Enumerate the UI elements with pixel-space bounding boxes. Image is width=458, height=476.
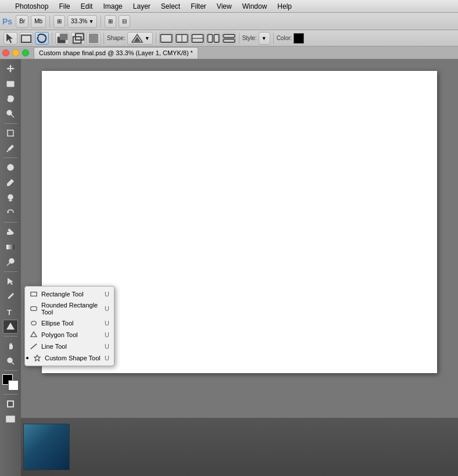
pen-tool[interactable] bbox=[3, 289, 18, 303]
separator-1 bbox=[49, 16, 50, 27]
line-tool-shortcut: U bbox=[105, 343, 109, 350]
tool-marquee-rect-btn[interactable] bbox=[19, 32, 33, 45]
rectangle-tool-item[interactable]: Rectangle Tool U bbox=[25, 288, 114, 300]
close-button[interactable] bbox=[2, 49, 9, 56]
dodge-tool[interactable] bbox=[3, 255, 18, 269]
tool-pointer-btn[interactable] bbox=[3, 32, 17, 45]
eraser-tool[interactable] bbox=[3, 225, 18, 239]
svg-line-39 bbox=[12, 362, 14, 364]
zoom-tool[interactable] bbox=[3, 354, 18, 368]
shape-label: Shape: bbox=[107, 35, 126, 41]
color-label: Color: bbox=[277, 35, 292, 41]
select-menu[interactable]: Select bbox=[156, 1, 185, 12]
shape-opt5[interactable] bbox=[222, 32, 236, 45]
line-tool-item[interactable]: Line Tool U bbox=[25, 341, 114, 352]
polygon-tool-item[interactable]: Polygon Tool U bbox=[25, 329, 114, 341]
sep-t2 bbox=[103, 33, 104, 44]
maximize-button[interactable] bbox=[22, 49, 29, 56]
svg-point-47 bbox=[31, 321, 37, 325]
shape-tool-context-menu: Rectangle Tool U Rounded Rectangle Tool … bbox=[24, 286, 114, 366]
workspace-selector[interactable]: ⊞ bbox=[53, 15, 65, 28]
background-color[interactable] bbox=[8, 380, 19, 391]
paths-btn[interactable] bbox=[71, 32, 85, 45]
rectangle-tool-shortcut: U bbox=[105, 291, 109, 298]
brush-tool[interactable] bbox=[3, 176, 18, 189]
toolbar-sep-2 bbox=[3, 158, 17, 158]
photoshop-menu[interactable]: Photoshop bbox=[10, 1, 53, 12]
svg-marker-37 bbox=[6, 323, 15, 330]
rect-icon bbox=[30, 290, 38, 298]
mini-bridge-button[interactable]: Mb bbox=[31, 15, 46, 28]
sep-t1 bbox=[52, 33, 52, 44]
edit-menu[interactable]: Edit bbox=[76, 1, 98, 12]
rounded-rectangle-tool-item[interactable]: Rounded Rectangle Tool U bbox=[25, 300, 114, 317]
move-tool[interactable] bbox=[3, 62, 18, 76]
sep-t4 bbox=[239, 33, 239, 44]
zoom-selector[interactable]: 33.3% ▼ bbox=[67, 15, 97, 28]
polygon-tool-shortcut: U bbox=[105, 331, 109, 338]
gradient-tool[interactable] bbox=[3, 240, 18, 254]
history-brush-tool[interactable] bbox=[3, 206, 18, 220]
bottom-image-strip bbox=[21, 418, 458, 476]
file-menu[interactable]: File bbox=[54, 1, 74, 12]
svg-rect-6 bbox=[160, 34, 171, 42]
arrange-btn[interactable]: ⊟ bbox=[119, 15, 130, 28]
spot-heal-tool[interactable] bbox=[3, 160, 18, 174]
shape-layers-btn[interactable] bbox=[55, 32, 69, 45]
line-tool-label: Line Tool bbox=[41, 343, 67, 350]
toolbar-sep-7 bbox=[3, 394, 17, 395]
ellipse-tool-item[interactable]: Ellipse Tool U bbox=[25, 317, 114, 329]
quick-mask-btn[interactable] bbox=[3, 397, 18, 411]
svg-point-35 bbox=[8, 298, 9, 299]
separator-2 bbox=[101, 16, 101, 27]
eyedropper-tool[interactable] bbox=[3, 141, 18, 155]
layer-menu[interactable]: Layer bbox=[128, 1, 155, 12]
main-content: T bbox=[0, 59, 458, 476]
toolbar-sep-1 bbox=[3, 123, 17, 124]
thumbnail-image bbox=[23, 424, 70, 470]
svg-point-27 bbox=[8, 195, 13, 199]
view-menu[interactable]: View bbox=[212, 1, 237, 12]
active-indicator bbox=[26, 357, 28, 359]
minimize-button[interactable] bbox=[12, 49, 19, 56]
lasso-tool[interactable] bbox=[3, 92, 18, 106]
hand-tool[interactable] bbox=[3, 339, 18, 353]
type-tool[interactable]: T bbox=[3, 305, 18, 318]
canvas-area bbox=[21, 59, 458, 476]
fill-pixels-btn[interactable] bbox=[87, 32, 101, 45]
shape-opt1[interactable] bbox=[159, 32, 173, 45]
tool-lasso-btn[interactable] bbox=[35, 32, 49, 45]
image-menu[interactable]: Image bbox=[98, 1, 127, 12]
crop-tool[interactable] bbox=[3, 126, 18, 140]
shape-opt4[interactable] bbox=[206, 32, 220, 45]
shape-dropdown[interactable]: ▼ bbox=[127, 32, 153, 45]
svg-rect-16 bbox=[7, 81, 14, 87]
svg-rect-45 bbox=[31, 292, 37, 296]
path-selection-tool[interactable] bbox=[3, 274, 18, 288]
document-tab[interactable]: Custom shape final.psd @ 33.3% (Layer 1,… bbox=[34, 47, 198, 59]
shape-tool[interactable] bbox=[3, 320, 18, 334]
shape-opt3[interactable] bbox=[191, 32, 205, 45]
help-menu[interactable]: Help bbox=[273, 1, 296, 12]
options-bar: Ps Br Mb ⊞ 33.3% ▼ ⊞ ⊟ bbox=[0, 13, 458, 30]
style-dropdown[interactable]: ▼ bbox=[259, 32, 270, 45]
svg-rect-0 bbox=[22, 35, 31, 42]
menu-bar: Photoshop File Edit Image Layer Select F… bbox=[0, 0, 458, 13]
magic-wand-tool[interactable] bbox=[3, 107, 18, 121]
polygon-icon bbox=[30, 331, 38, 339]
custom-shape-tool-item[interactable]: Custom Shape Tool U bbox=[25, 352, 114, 364]
color-swatches bbox=[2, 374, 19, 391]
window-menu[interactable]: Window bbox=[238, 1, 272, 12]
color-swatch[interactable] bbox=[294, 33, 304, 44]
shape-opt2[interactable] bbox=[175, 32, 189, 45]
view-grid-btn[interactable]: ⊞ bbox=[105, 15, 116, 28]
screen-mode-btn[interactable] bbox=[3, 412, 18, 426]
marquee-tool[interactable] bbox=[3, 77, 18, 91]
clone-stamp-tool[interactable] bbox=[3, 191, 18, 205]
bridge-button[interactable]: Br bbox=[16, 15, 28, 28]
style-label: Style: bbox=[242, 35, 257, 41]
toolbar-sep-6 bbox=[3, 370, 17, 371]
ellipse-tool-shortcut: U bbox=[105, 320, 109, 327]
svg-line-49 bbox=[31, 344, 37, 349]
filter-menu[interactable]: Filter bbox=[186, 1, 211, 12]
